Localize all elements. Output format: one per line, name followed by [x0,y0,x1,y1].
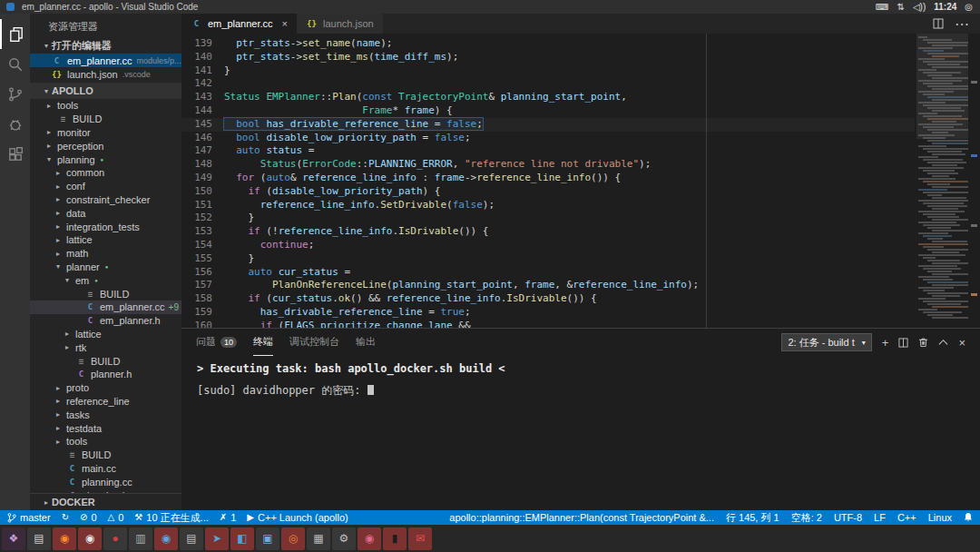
status-symbol-context[interactable]: apollo::planning::EMPlanner::Plan(const … [449,512,714,523]
taskbar-archive-manager[interactable]: ▥ [129,527,152,550]
tree-item-perception[interactable]: ▸perception [30,139,181,153]
split-terminal-icon[interactable] [898,338,908,348]
new-terminal-icon[interactable]: + [882,337,889,349]
taskbar-steam[interactable]: ◉ [154,527,178,550]
tab-terminal[interactable]: 终端 [253,329,273,356]
code-line-151[interactable]: 151 reference_line_info.SetDrivable(fals… [181,199,915,212]
code-line-142[interactable]: 142 [181,77,915,91]
status-notifications[interactable] [964,512,973,523]
close-panel-icon[interactable]: × [958,337,965,349]
code-line-150[interactable]: 150 if (disable_low_priority_path) { [181,185,915,199]
split-editor-icon[interactable] [933,18,944,29]
taskbar-telegram[interactable]: ➤ [205,527,229,550]
status-build-task[interactable]: ⚒10 正在生成... [134,510,208,525]
code-line-148[interactable]: 148 Status(ErrorCode::PLANNING_ERROR, "r… [181,158,915,172]
taskbar-software-center[interactable]: ◎ [281,527,305,550]
code-line-146[interactable]: 146 bool disable_low_priority_path = fal… [181,132,915,145]
code-line-139[interactable]: 139 ptr_stats->set_name(name); [181,37,915,51]
tab-problems[interactable]: 问题 10 [196,329,237,356]
tree-item-BUILD[interactable]: ≡BUILD [30,448,181,462]
tab-output[interactable]: 输出 [356,329,376,356]
code-line-157[interactable]: 157 PlanOnReferenceLine(planning_start_p… [181,279,915,292]
taskbar-text-editor[interactable]: ▤ [180,527,203,550]
code-line-141[interactable]: 141} [181,64,915,78]
status-git-branch[interactable]: master [7,512,51,523]
tree-item-planner[interactable]: ▾planner● [30,261,181,274]
debug-icon[interactable] [0,109,30,139]
status-errors[interactable]: ⊘0 [80,510,97,525]
extensions-icon[interactable] [0,139,30,169]
taskbar-media-player[interactable]: ● [103,527,127,550]
status-sync[interactable]: ↻ [62,510,69,525]
status-language-mode[interactable]: C++ [897,512,916,523]
status-debug-launch[interactable]: ▶C++ Launch (apollo) [247,510,348,525]
source-control-icon[interactable] [0,79,30,109]
more-actions-icon[interactable]: ⋯ [955,15,969,33]
status-encoding[interactable]: UTF-8 [834,512,862,523]
taskbar-firefox[interactable]: ◉ [53,527,76,550]
network-icon[interactable]: ⇅ [897,0,904,14]
status-warnings[interactable]: △0 [108,510,124,525]
tab-em-planner-cc[interactable]: C em_planner.cc × [181,14,297,34]
status-remote-os[interactable]: Linux [928,512,952,523]
tree-item-common[interactable]: ▸common [30,166,181,180]
status-task-error-count[interactable]: ✗1 [220,510,237,525]
tree-item-lattice[interactable]: ▸lattice [30,328,181,341]
taskbar-terminal[interactable]: ▮ [383,527,407,550]
tree-item-rtk[interactable]: ▸rtk [30,340,181,354]
tree-item-tools[interactable]: ▸tools [30,435,181,448]
terminal-output[interactable]: > Executing task: bash apollo_docker.sh … [181,356,980,510]
status-eol[interactable]: LF [874,512,886,523]
tree-item-tasks[interactable]: ▸tasks [30,408,181,421]
tree-item-reference_line[interactable]: ▸reference_line [30,395,181,409]
code-editor[interactable]: 139 ptr_stats->set_name(name);140 ptr_st… [181,34,980,328]
tree-item-constraint_checker[interactable]: ▸constraint_checker [30,193,181,207]
tree-item-planning.cc[interactable]: Cplanning.cc [30,475,181,488]
status-indentation[interactable]: 空格: 2 [791,511,822,525]
code-line-152[interactable]: 152 } [181,212,915,225]
taskbar-vscode[interactable]: ◧ [230,527,254,550]
open-editors-header[interactable]: ▾ 打开的编辑器 [30,37,181,54]
terminal-picker-dropdown[interactable]: 2: 任务 - build t ▾ [781,333,871,351]
code-line-143[interactable]: 143Status EMPlanner::Plan(const Trajecto… [181,91,915,104]
code-line-153[interactable]: 153 if (!reference_line_info.IsDrivable(… [181,225,915,239]
tree-item-BUILD[interactable]: ≡BUILD [30,287,181,301]
overview-ruler[interactable] [968,34,980,328]
tree-item-testdata[interactable]: ▸testdata [30,421,181,435]
volume-icon[interactable]: ◁)) [913,0,926,14]
tree-item-integration_tests[interactable]: ▸integration_tests [30,220,181,233]
tree-item-proto[interactable]: ▸proto [30,381,181,395]
code-line-149[interactable]: 149 for (auto& reference_line_info : fra… [181,172,915,185]
workspace-folder-header[interactable]: ▾ APOLLO [30,83,181,99]
maximize-panel-icon[interactable] [938,339,948,346]
tree-item-tools[interactable]: ▸tools [30,99,181,113]
code-line-147[interactable]: 147 auto status = [181,144,915,158]
tab-launch-json[interactable]: {} launch.json [297,14,383,34]
taskbar-screenshot-tool[interactable]: ◉ [358,527,381,550]
tree-item-monitor[interactable]: ▸monitor [30,126,181,140]
power-icon[interactable]: ◎ [965,0,973,14]
status-cursor-position[interactable]: 行 145, 列 1 [726,511,779,525]
tab-debug-console[interactable]: 调试控制台 [289,329,339,356]
kill-terminal-icon[interactable] [918,337,928,348]
tree-item-BUILD[interactable]: ≡BUILD [30,354,181,368]
taskbar-settings[interactable]: ⚙ [332,527,356,550]
taskbar-launcher[interactable]: ❖ [2,527,25,550]
tree-item-em[interactable]: ▾em● [30,273,181,287]
code-line-159[interactable]: 159 has_drivable_reference_line = true; [181,306,915,320]
taskbar-files-blue[interactable]: ▣ [256,527,279,550]
tree-item-BUILD[interactable]: ≡BUILD [30,113,181,126]
code-line-160[interactable]: 160 if (FLAGS_prioritize_change_lane && [181,320,915,328]
code-line-140[interactable]: 140 ptr_stats->set_time_ms(time_diff_ms)… [181,51,915,64]
open-editor-em_planner.cc[interactable]: Cem_planner.ccmodules/p...+9 [30,54,181,67]
tree-item-planning[interactable]: ▾planning● [30,153,181,166]
workspace-folder-docker[interactable]: ▸ DOCKER [30,493,181,510]
clock[interactable]: 11:24 [934,2,956,12]
files-icon[interactable] [0,19,30,49]
code-line-154[interactable]: 154 continue; [181,239,915,252]
taskbar-system-monitor[interactable]: ▦ [307,527,330,550]
tree-item-data[interactable]: ▸data [30,206,181,220]
taskbar-file-manager[interactable]: ▤ [27,527,51,550]
tree-item-planner.h[interactable]: Cplanner.h [30,368,181,381]
code-line-155[interactable]: 155 } [181,252,915,266]
